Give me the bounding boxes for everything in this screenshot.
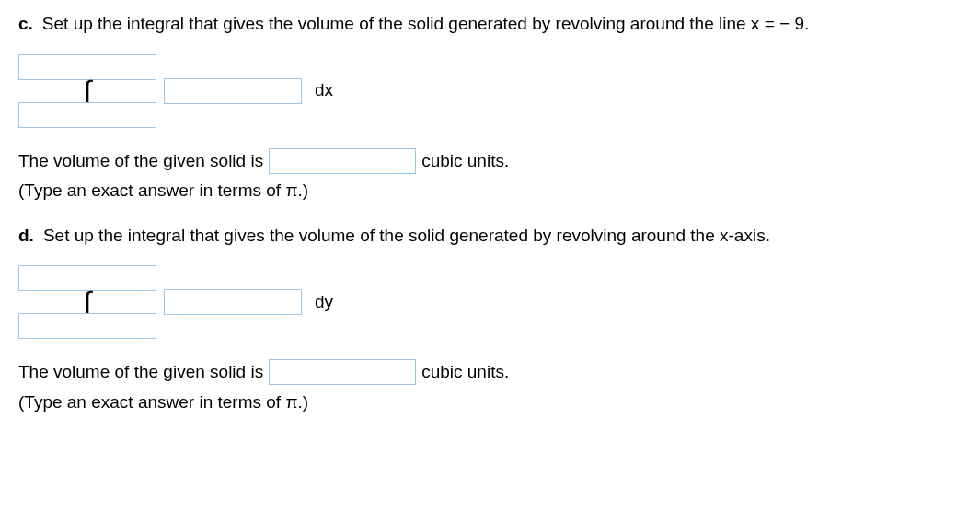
question-c-letter: c. xyxy=(18,11,33,38)
integral-d-bounds: ∫ xyxy=(18,265,156,339)
hint-d: (Type an exact answer in terms of π.) xyxy=(18,390,962,416)
integral-c-bounds: ∫ xyxy=(18,54,156,128)
integral-c-expression: ∫ dx xyxy=(18,54,962,128)
hint-c: (Type an exact answer in terms of π.) xyxy=(18,178,962,204)
lower-bound-d-input[interactable] xyxy=(18,313,156,339)
volume-d-input[interactable] xyxy=(269,359,416,385)
question-d-header: d. Set up the integral that gives the vo… xyxy=(18,223,962,250)
answer-c-suffix: cubic units. xyxy=(421,148,509,175)
integral-d-expression: ∫ dy xyxy=(18,265,962,339)
answer-d-suffix: cubic units. xyxy=(421,359,509,386)
volume-c-input[interactable] xyxy=(269,148,416,174)
answer-c-row: The volume of the given solid is cubic u… xyxy=(18,148,962,175)
answer-c-prefix: The volume of the given solid is xyxy=(18,148,263,175)
differential-d: dy xyxy=(315,289,333,316)
integrand-d-input[interactable] xyxy=(164,289,302,315)
answer-d-prefix: The volume of the given solid is xyxy=(18,359,263,386)
differential-c: dx xyxy=(315,77,333,104)
question-d-prompt: Set up the integral that gives the volum… xyxy=(43,223,770,250)
lower-bound-c-input[interactable] xyxy=(18,102,156,128)
question-d-letter: d. xyxy=(18,223,34,250)
question-c-header: c. Set up the integral that gives the vo… xyxy=(18,11,962,38)
question-c-prompt: Set up the integral that gives the volum… xyxy=(42,11,809,38)
integrand-c-input[interactable] xyxy=(164,78,302,104)
answer-d-row: The volume of the given solid is cubic u… xyxy=(18,359,962,386)
